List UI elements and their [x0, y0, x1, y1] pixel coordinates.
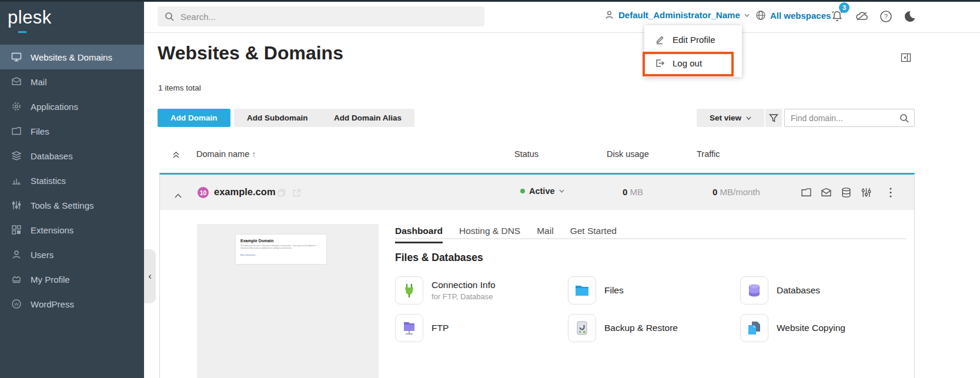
find-domain-search[interactable]: [784, 109, 915, 127]
sidebar-collapse-handle[interactable]: ‹: [144, 249, 156, 303]
mail-icon[interactable]: [821, 187, 832, 198]
column-header-status[interactable]: Status: [514, 149, 539, 159]
user-dropdown-menu: Edit Profile Log out: [644, 25, 742, 77]
tab-get-started[interactable]: Get Started: [570, 226, 617, 243]
preview-link: More information...: [240, 254, 285, 256]
open-site-icon[interactable]: [293, 189, 301, 199]
tab-mail[interactable]: Mail: [537, 226, 553, 243]
ftp-folder-icon: [395, 314, 423, 342]
notification-badge: 3: [839, 2, 849, 13]
pencil-icon: [655, 35, 665, 45]
column-header-domain[interactable]: Domain name ↑: [196, 149, 256, 159]
column-header-disk[interactable]: Disk usage: [607, 149, 649, 159]
sidebar-item-my-profile[interactable]: My Profile: [0, 267, 144, 292]
help-button[interactable]: ?: [879, 9, 893, 24]
add-domain-button[interactable]: Add Domain: [158, 109, 230, 127]
search-icon: [165, 12, 175, 22]
svg-text:W: W: [14, 302, 19, 307]
log-out-menu-item[interactable]: Log out: [644, 51, 742, 75]
settings-sliders-icon[interactable]: [861, 187, 872, 198]
preview-body-text: This domain is for use in illustrative e…: [240, 245, 321, 249]
sidebar-item-files[interactable]: Files: [0, 119, 144, 143]
collapse-panel-icon[interactable]: [901, 52, 911, 63]
blue-folder-icon: [568, 276, 596, 305]
tile-label: Files: [604, 285, 624, 296]
set-view-button[interactable]: Set view: [697, 109, 764, 127]
sidebar-item-statistics[interactable]: Statistics: [0, 168, 144, 193]
add-domain-alias-button[interactable]: Add Domain Alias: [321, 109, 414, 127]
workspace-label: All webspaces: [770, 11, 831, 21]
logout-icon: [655, 58, 665, 68]
disk-usage-value: 0 MB: [623, 187, 643, 197]
window-top-edge: [0, 0, 980, 2]
collapse-all-rows-icon[interactable]: [172, 150, 180, 161]
status-dropdown[interactable]: Active: [520, 186, 564, 196]
sidebar-item-databases[interactable]: Databases: [0, 143, 144, 168]
site-preview-thumbnail[interactable]: Example Domain This domain is for use in…: [197, 224, 379, 378]
sidebar-item-label: Users: [31, 250, 53, 260]
sidebar-item-label: Tools & Settings: [31, 200, 94, 210]
domain-row[interactable]: 10 example.com Active 0 MB 0 MB/month: [160, 175, 914, 210]
sidebar-item-label: Files: [31, 126, 49, 136]
sidebar-item-websites-domains[interactable]: Websites & Domains: [0, 45, 144, 69]
tile-ftp[interactable]: FTP: [395, 314, 449, 342]
sidebar-item-label: Websites & Domains: [31, 52, 112, 62]
all-webspaces-link[interactable]: All webspaces: [755, 10, 831, 21]
envelope-icon: [11, 76, 22, 88]
copy-icon[interactable]: [277, 189, 286, 199]
dark-mode-toggle[interactable]: [902, 9, 917, 24]
sidebar-item-label: Applications: [31, 102, 78, 112]
sidebar-item-label: Databases: [31, 151, 73, 161]
cloud-slash-icon: [855, 9, 869, 24]
column-header-traffic[interactable]: Traffic: [697, 149, 720, 159]
global-search[interactable]: [158, 6, 484, 26]
sidebar-item-extensions[interactable]: Extensions: [0, 218, 144, 242]
collapse-row-icon[interactable]: [175, 190, 182, 200]
tile-website-copying[interactable]: Website Copying: [740, 314, 845, 342]
pagespeed-badge[interactable]: 10: [198, 187, 209, 198]
topbar: Default_Administrator_Name All webspaces…: [144, 0, 980, 33]
tile-label: Databases: [777, 285, 820, 296]
global-search-input[interactable]: [180, 12, 463, 22]
filter-button[interactable]: [765, 109, 782, 127]
user-name: Default_Administrator_Name: [618, 10, 740, 20]
sidebar-item-applications[interactable]: Applications: [0, 94, 144, 119]
kebab-menu-icon[interactable]: [889, 187, 900, 198]
sidebar-item-label: My Profile: [31, 275, 70, 285]
funnel-icon: [769, 113, 778, 123]
tile-label: Backup & Restore: [604, 323, 678, 333]
sidebar-item-wordpress[interactable]: W WordPress: [0, 292, 144, 316]
tab-dashboard[interactable]: Dashboard: [395, 226, 443, 243]
find-domain-input[interactable]: [791, 109, 897, 126]
tabs-divider: [395, 238, 906, 239]
sidebar-item-mail[interactable]: Mail: [0, 69, 144, 94]
user-menu-trigger[interactable]: Default_Administrator_Name: [604, 10, 750, 20]
traffic-value: 0 MB/month: [713, 187, 760, 197]
moon-icon: [902, 9, 917, 24]
plesk-app: plesk Websites & Domains Mail Applicatio…: [0, 0, 980, 378]
chevron-down-icon: [746, 116, 751, 120]
plesk-logo[interactable]: plesk: [8, 7, 52, 28]
page-title: Websites & Domains: [158, 42, 343, 64]
tile-files[interactable]: Files: [568, 276, 624, 305]
chevron-left-icon: ‹: [148, 270, 152, 282]
tile-label: FTP: [432, 323, 449, 333]
database-icon[interactable]: [841, 187, 852, 198]
tile-databases[interactable]: Databases: [740, 276, 820, 305]
svg-text:?: ?: [884, 13, 888, 20]
tile-sublabel: for FTP, Database: [432, 292, 496, 301]
files-icon[interactable]: [801, 187, 812, 198]
gear-icon: [11, 101, 22, 112]
tab-hosting-dns[interactable]: Hosting & DNS: [459, 226, 520, 243]
sidebar-nav: Websites & Domains Mail Applications Fil…: [0, 45, 144, 316]
sidebar-item-tools-settings[interactable]: Tools & Settings: [0, 193, 144, 218]
preview-title: Example Domain: [240, 239, 322, 243]
sidebar-item-label: Statistics: [31, 176, 66, 186]
add-subdomain-button[interactable]: Add Subdomain: [234, 109, 321, 127]
tile-connection-info[interactable]: Connection Info for FTP, Database: [395, 276, 496, 305]
cloud-offline-button[interactable]: [855, 9, 869, 24]
monitor-icon: [11, 51, 22, 63]
tile-backup-restore[interactable]: Backup & Restore: [568, 314, 678, 342]
edit-profile-menu-item[interactable]: Edit Profile: [644, 28, 742, 51]
sidebar-item-users[interactable]: Users: [0, 242, 144, 267]
